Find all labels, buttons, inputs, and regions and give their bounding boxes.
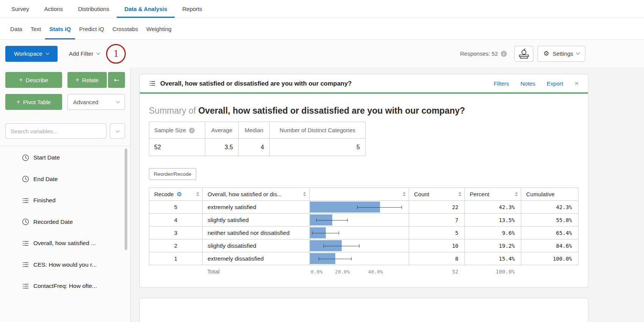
pivot-table-button[interactable]: + Pivot Table [5, 94, 62, 110]
sample-size-label: Sample Size [154, 127, 186, 133]
info-icon[interactable]: i [501, 51, 507, 57]
analysis-card: Overall, how satisfied or dissatisfied a… [139, 74, 588, 288]
chevron-down-icon [576, 51, 580, 55]
top-nav-item-survey[interactable]: Survey [11, 0, 37, 18]
add-filter-label: Add Filter [69, 50, 93, 57]
axis-tick-0: 0.0% [311, 269, 322, 275]
cumulative-cell: 84.6% [521, 239, 578, 252]
count-cell: 8 [409, 252, 465, 265]
error-bar [357, 207, 402, 208]
add-filter-button[interactable]: Add Filter [69, 50, 100, 57]
sub-nav-item-text[interactable]: Text [27, 18, 45, 39]
result-row-extremely-satisfied: 5extremely satisfied2242.3%42.3% [149, 201, 578, 214]
annotation-circle-1: 1 [106, 44, 126, 64]
sort-arrows-icon[interactable] [513, 192, 518, 196]
answer-label-cell: neither satisfied nor dissatisfied [203, 227, 309, 239]
variable-item-overall-how-satisfied[interactable]: Overall, how satisfied ... [0, 233, 130, 254]
sort-arrows-icon[interactable] [194, 192, 199, 196]
top-nav-item-distributions[interactable]: Distributions [70, 0, 117, 18]
error-bar-cap-right [351, 257, 352, 260]
workspace-button[interactable]: Workspace [5, 46, 58, 62]
col-header-bar[interactable] [309, 188, 409, 201]
bar-cell [309, 239, 409, 252]
variable-item-end-date[interactable]: End Date [0, 169, 130, 190]
error-bar-cap-left [357, 205, 358, 209]
percent-cell: 13.5% [465, 214, 521, 227]
advanced-label: Advanced [73, 99, 98, 105]
search-dropdown-button[interactable] [110, 123, 125, 139]
total-row: Total 0.0%20.0%40.0% 52 100.0% [149, 265, 579, 278]
header-wrap: Overall, how satisfied or dis... [203, 188, 309, 200]
variable-label: Overall, how satisfied ... [33, 240, 96, 247]
variable-item-start-date[interactable]: Start Date [0, 147, 130, 169]
search-variables-input[interactable] [5, 123, 106, 139]
pivot-table-label: Pivot Table [23, 99, 51, 105]
notes-link[interactable]: Notes [521, 80, 535, 87]
count-col-label: Count [414, 191, 429, 197]
top-nav-item-data-analysis[interactable]: Data & Analysis [117, 0, 175, 18]
describe-button[interactable]: + Describe [5, 72, 62, 88]
list-icon [22, 240, 29, 247]
variable-item-ces-how-would-you-r[interactable]: CES: How would you r... [0, 254, 130, 276]
export-link[interactable]: Export [547, 80, 563, 87]
variable-item-finished[interactable]: Finished [0, 190, 130, 211]
list-icon [22, 283, 29, 290]
list-icon [22, 261, 29, 268]
advanced-dropdown[interactable]: Advanced [67, 94, 125, 110]
header-wrap: Percent [465, 188, 521, 200]
sort-arrows-icon[interactable] [400, 192, 406, 196]
answer-label-cell: slightly dissatisfied [203, 239, 309, 252]
summary-table: Sample Sizei Average Median Number of Di… [149, 122, 366, 156]
recode-value-cell[interactable]: 5 [149, 201, 203, 214]
col-header-count[interactable]: Count [409, 188, 465, 201]
total-count: 52 [409, 269, 464, 275]
header-wrap [309, 188, 409, 200]
cumulative-cell: 55.8% [521, 214, 578, 227]
error-bar [319, 259, 351, 259]
percent-col-label: Percent [470, 191, 489, 197]
recode-value-cell[interactable]: 3 [149, 227, 203, 239]
results-header-row: Recode ⚙ Overall, how satisfied or dis..… [149, 188, 578, 201]
col-header-cumulative[interactable]: Cumulative [521, 188, 578, 201]
sidebar-scrollbar[interactable] [125, 148, 127, 250]
reorder-recode-button[interactable]: Reorder/Recode [149, 168, 196, 180]
sub-nav-item-predict-iq[interactable]: Predict iQ [75, 18, 108, 39]
sort-arrows-icon[interactable] [456, 192, 461, 196]
plus-icon: + [75, 77, 79, 83]
info-icon[interactable]: i [189, 128, 195, 133]
recode-gear-icon[interactable]: ⚙ [177, 191, 182, 197]
sub-nav-item-crosstabs[interactable]: Crosstabs [108, 18, 142, 39]
relate-button[interactable]: + Relate [67, 72, 107, 88]
sub-nav-item-weighting[interactable]: Weighting [142, 18, 175, 39]
sub-nav-item-stats-iq[interactable]: Stats iQ [45, 18, 75, 39]
recode-value-cell[interactable]: 4 [149, 214, 203, 227]
recode-col-label: Recode [154, 191, 174, 197]
apple-books-icon [518, 48, 530, 59]
col-header-recode[interactable]: Recode ⚙ [149, 188, 203, 201]
error-bar-cap-right [359, 244, 360, 247]
col-header-answer[interactable]: Overall, how satisfied or dis... [203, 188, 309, 201]
variable-label: ContactFreq: How ofte... [33, 283, 97, 289]
library-button[interactable] [514, 46, 533, 62]
sort-arrows-icon[interactable] [301, 192, 306, 196]
total-percent: 100.0% [464, 269, 521, 275]
summary-prefix: Summary of [149, 106, 196, 116]
top-nav-item-actions[interactable]: Actions [37, 0, 70, 18]
filters-link[interactable]: Filters [494, 80, 509, 87]
sub-nav-item-data[interactable]: Data [6, 18, 27, 39]
sidebar: + Describe + Relate ← + Pivot Table Adva… [0, 67, 131, 322]
top-nav-item-reports[interactable]: Reports [175, 0, 210, 18]
settings-button[interactable]: ⚙ Settings [538, 46, 585, 62]
collapse-panel-button[interactable]: ← [108, 72, 125, 88]
col-header-percent[interactable]: Percent [465, 188, 521, 201]
recode-value-cell[interactable]: 1 [149, 252, 203, 265]
recode-value-cell[interactable]: 2 [149, 239, 203, 252]
error-bar [316, 220, 347, 220]
chevron-down-icon [97, 51, 100, 55]
variable-item-recorded-date[interactable]: Recorded Date [0, 211, 130, 233]
close-icon[interactable]: × [574, 80, 579, 87]
card-body: Summary of Overall, how satisfied or dis… [140, 94, 588, 287]
variable-item-contactfreq-how-ofte[interactable]: ContactFreq: How ofte... [0, 275, 130, 297]
summary-title: Overall, how satisfied or dissatisfied a… [198, 106, 465, 116]
summary-value-row: 52 3.5 4 5 [149, 139, 366, 156]
